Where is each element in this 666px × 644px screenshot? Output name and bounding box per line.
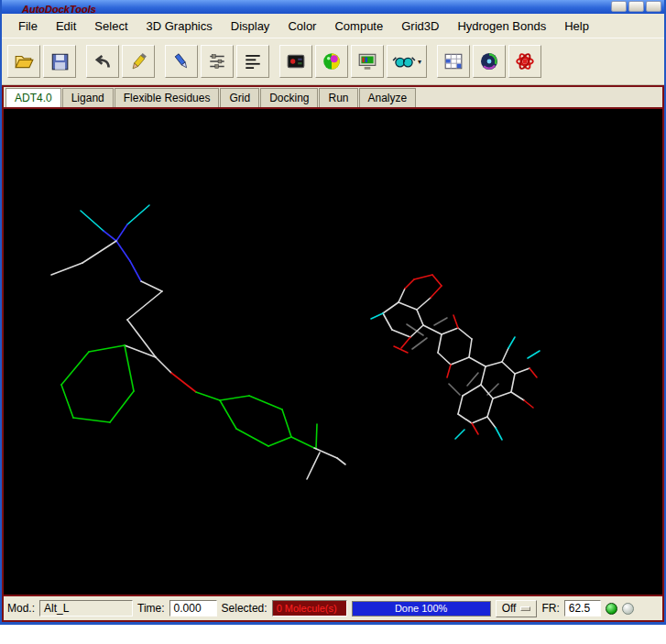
selected-label: Selected: — [222, 602, 267, 615]
time-label: Time: — [137, 602, 165, 615]
tab-docking[interactable]: Docking — [260, 88, 318, 107]
menu-3d-graphics[interactable]: 3D Graphics — [137, 16, 222, 36]
stereo-glasses-icon — [392, 51, 416, 71]
menu-select[interactable]: Select — [85, 16, 136, 36]
tab-flexible-residues[interactable]: Flexible Residues — [115, 88, 220, 107]
status-bar: Mod.: Alt_L Time: 0.000 Selected: 0 Mole… — [4, 595, 662, 620]
title-bar[interactable]: AutoDockTools — [2, 0, 664, 14]
undo-button[interactable] — [86, 45, 119, 78]
orbitals-icon — [515, 51, 535, 71]
close-button[interactable] — [646, 1, 661, 12]
tab-adt40[interactable]: ADT4.0 — [5, 88, 61, 107]
tab-bar: ADT4.0 Ligand Flexible Residues Grid Doc… — [4, 87, 662, 109]
orbitals-button[interactable] — [508, 45, 541, 78]
status-led-green[interactable] — [606, 603, 617, 615]
menu-grid3d[interactable]: Grid3D — [392, 16, 448, 36]
menu-hydrogen-bonds[interactable]: Hydrogen Bonds — [448, 16, 555, 36]
framerate-label: FR: — [541, 602, 559, 615]
save-button[interactable] — [43, 45, 76, 78]
window-controls — [611, 1, 661, 12]
tab-run[interactable]: Run — [319, 88, 357, 107]
3d-canvas[interactable] — [4, 109, 662, 595]
pencil-icon — [128, 51, 148, 71]
stereo-toggle-grip-icon — [520, 606, 530, 611]
selected-count-field: 0 Molecule(s) — [272, 600, 347, 617]
swirl-icon — [479, 51, 499, 71]
sliders-button[interactable] — [201, 45, 234, 78]
save-icon — [49, 51, 70, 71]
progress-bar: Done 100% — [352, 601, 491, 617]
stereo-toggle-label: Off — [502, 602, 517, 615]
screen-capture-icon — [286, 51, 306, 71]
grid-table-icon — [443, 51, 464, 71]
maximize-button[interactable] — [628, 1, 644, 12]
menu-compute[interactable]: Compute — [325, 16, 392, 36]
window-title: AutoDockTools — [22, 4, 96, 14]
color-sphere-icon — [322, 51, 342, 71]
sliders-icon — [207, 51, 227, 71]
grid-table-button[interactable] — [437, 45, 470, 78]
stereo-glasses-button[interactable]: ▾ — [387, 45, 427, 78]
menu-bar: File Edit Select 3D Graphics Display Col… — [2, 14, 664, 38]
menu-edit[interactable]: Edit — [47, 16, 85, 36]
main-frame: ADT4.0 Ligand Flexible Residues Grid Doc… — [2, 85, 664, 622]
pen-icon — [171, 51, 191, 71]
menu-color[interactable]: Color — [278, 16, 325, 36]
menu-file[interactable]: File — [9, 16, 47, 36]
toolbar: ▾ — [2, 38, 664, 85]
progress-text: Done 100% — [353, 602, 490, 616]
mod-label: Mod.: — [7, 602, 35, 615]
menu-help[interactable]: Help — [555, 16, 598, 36]
tab-grid[interactable]: Grid — [220, 88, 259, 107]
text-lines-button[interactable] — [236, 45, 269, 78]
molecule-viewport[interactable] — [4, 109, 662, 595]
app-window: AutoDockTools File Edit Select 3D Graphi… — [0, 0, 666, 625]
pencil-button[interactable] — [122, 45, 155, 78]
screen-capture-button[interactable] — [279, 45, 312, 78]
monitor-icon — [357, 51, 377, 71]
monitor-button[interactable] — [351, 45, 384, 78]
undo-icon — [93, 51, 113, 71]
stereo-toggle[interactable]: Off — [496, 600, 538, 617]
menu-display[interactable]: Display — [222, 16, 279, 36]
dropdown-arrow-icon: ▾ — [418, 58, 421, 66]
status-led-gray[interactable] — [622, 603, 634, 615]
tab-ligand[interactable]: Ligand — [62, 88, 114, 107]
mod-key-field: Alt_L — [39, 600, 133, 617]
framerate-field: 62.5 — [564, 600, 601, 617]
minimize-button[interactable] — [611, 1, 627, 12]
open-file-icon — [14, 51, 34, 71]
swirl-button[interactable] — [473, 45, 506, 78]
color-sphere-button[interactable] — [315, 45, 348, 78]
time-field: 0.000 — [169, 600, 217, 617]
pen-button[interactable] — [165, 45, 198, 78]
text-lines-icon — [243, 51, 263, 71]
tab-analyze[interactable]: Analyze — [359, 88, 417, 107]
open-file-button[interactable] — [7, 45, 40, 78]
